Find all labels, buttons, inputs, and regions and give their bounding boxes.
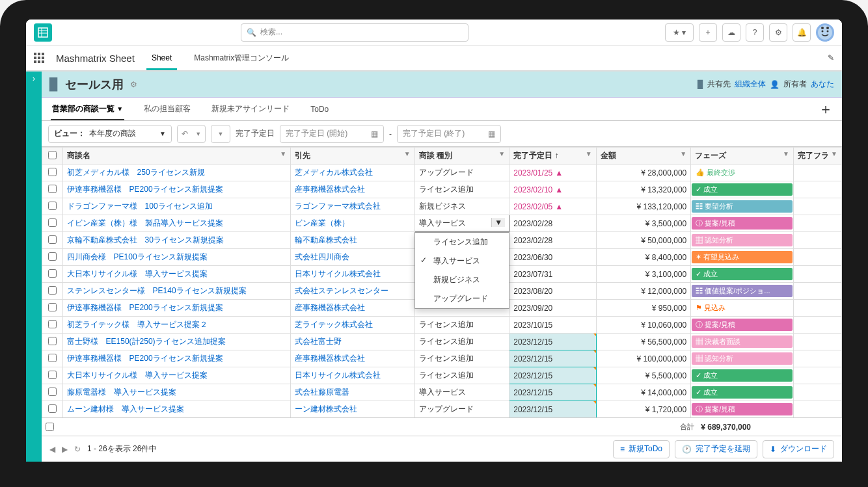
opp-name-cell[interactable]: 初芝ライテック様 導入サービス提案２: [62, 317, 291, 334]
view-selector[interactable]: ビュー： 本年度の商談 ▼: [48, 125, 172, 143]
phase-cell[interactable]: ▦ 認知分析: [691, 232, 794, 249]
phase-cell[interactable]: ✓ 成立: [691, 266, 794, 283]
edit-pencil-icon[interactable]: ✎: [828, 53, 834, 62]
opp-name-cell[interactable]: イビン産業（株）様 製品導入サービス提案: [62, 215, 291, 232]
page-next-icon[interactable]: ▶: [62, 445, 68, 454]
opp-name-cell[interactable]: 伊達事務機器様 PE200ライセンス新規提案: [62, 181, 291, 198]
amount-cell[interactable]: ¥ 3,500,000: [596, 215, 691, 232]
footer-checkbox[interactable]: [46, 423, 54, 431]
flag-cell[interactable]: [793, 249, 841, 266]
type-cell[interactable]: 新規ビジネス: [414, 198, 509, 215]
account-cell[interactable]: 日本リサイクル株式会社: [291, 266, 414, 283]
flag-cell[interactable]: [793, 283, 841, 300]
share-value[interactable]: 組織全体: [735, 79, 766, 90]
opp-name-cell[interactable]: ムーン建材様 導入サービス提案: [62, 401, 291, 418]
flag-cell[interactable]: [793, 334, 841, 350]
opp-name-cell[interactable]: 藤原電器様 導入サービス提案: [62, 384, 291, 401]
app-launcher-icon[interactable]: [34, 53, 44, 63]
account-cell[interactable]: ーン建材株式会社: [291, 401, 414, 418]
dropdown-option[interactable]: 導入サービス: [415, 252, 509, 270]
phase-cell[interactable]: ✓ 成立: [691, 384, 794, 401]
phase-cell[interactable]: ▦ 認知分析: [691, 350, 794, 367]
col-header[interactable]: 引先▼: [291, 148, 414, 165]
account-cell[interactable]: 産事務機器株式会社: [291, 181, 414, 198]
book-settings-icon[interactable]: ⚙: [130, 80, 137, 89]
date-cell[interactable]: 2023/10/15: [509, 317, 596, 334]
dropdown-option[interactable]: 新規ビジネス: [415, 270, 509, 289]
date-end-input[interactable]: 完了予定日 (終了)▦: [397, 125, 501, 143]
favorites-button[interactable]: ★ ▾: [665, 23, 694, 42]
dropdown-option[interactable]: ライセンス追加: [415, 233, 509, 252]
user-avatar[interactable]: [816, 23, 834, 42]
row-checkbox[interactable]: [42, 215, 63, 232]
date-start-input[interactable]: 完了予定日 (開始)▦: [280, 125, 384, 143]
nav-tab-console[interactable]: Mashmatrix管理コンソール: [189, 46, 294, 70]
sheet-tab-3[interactable]: ToDo: [309, 99, 330, 119]
account-cell[interactable]: ビン産業（株）: [291, 215, 414, 232]
sheet-tab-0[interactable]: 営業部の商談一覧 ▼: [51, 98, 124, 120]
date-cell[interactable]: 2023/02/05▲: [509, 198, 596, 215]
opp-name-cell[interactable]: 京輪不動産株式会社 30ライセンス新規提案: [62, 232, 291, 249]
date-cell[interactable]: 2023/07/31: [509, 266, 596, 283]
phase-cell[interactable]: ✓ 成立: [691, 367, 794, 384]
phase-cell[interactable]: ⓘ 提案/見積: [691, 401, 794, 418]
row-checkbox[interactable]: [42, 334, 63, 350]
row-checkbox[interactable]: [42, 283, 63, 300]
phase-cell[interactable]: 👍 最終交渉: [691, 165, 794, 181]
type-cell[interactable]: 導入サービス: [414, 384, 509, 401]
opp-name-cell[interactable]: 伊達事務機器様 PE200ライセンス新規提案: [62, 300, 291, 317]
download-button[interactable]: ⬇ダウンロード: [763, 440, 834, 458]
flag-cell[interactable]: [793, 384, 841, 401]
undo-button[interactable]: ↶ ▼: [177, 125, 206, 143]
sidebar-toggle[interactable]: ›: [26, 72, 42, 462]
flag-cell[interactable]: [793, 317, 841, 334]
account-cell[interactable]: ラゴンファーマ株式会社: [291, 198, 414, 215]
opp-name-cell[interactable]: 富士野様 EE150(計250)ライセンス追加提案: [62, 334, 291, 350]
row-checkbox[interactable]: [42, 198, 63, 215]
add-sheet-icon[interactable]: ＋: [819, 99, 833, 119]
phase-cell[interactable]: ⓘ 提案/見積: [691, 215, 794, 232]
col-header[interactable]: 完了予定日 ↑▼: [509, 148, 596, 165]
col-header[interactable]: 金額▼: [596, 148, 691, 165]
add-button[interactable]: ＋: [699, 23, 717, 42]
date-cell[interactable]: 2023/02/28: [509, 215, 596, 232]
flag-cell[interactable]: [793, 181, 841, 198]
opp-name-cell[interactable]: 四川商会様 PE100ライセンス新規提案: [62, 249, 291, 266]
date-cell[interactable]: 2023/02/10▲: [509, 181, 596, 198]
flag-cell[interactable]: [793, 232, 841, 249]
account-cell[interactable]: 式会社四川商会: [291, 249, 414, 266]
date-cell[interactable]: 2023/09/20: [509, 300, 596, 317]
new-todo-button[interactable]: ≡新規ToDo: [613, 440, 670, 458]
date-cell[interactable]: 2023/12/15: [509, 334, 596, 350]
flag-cell[interactable]: [793, 300, 841, 317]
date-cell[interactable]: 2023/01/25▲: [509, 165, 596, 181]
select-all-checkbox[interactable]: [42, 148, 63, 165]
account-cell[interactable]: 式会社富士野: [291, 334, 414, 350]
postpone-button[interactable]: 🕐完了予定を延期: [675, 440, 757, 458]
refresh-icon[interactable]: ↻: [74, 445, 81, 454]
row-checkbox[interactable]: [42, 232, 63, 249]
amount-cell[interactable]: ¥ 100,000,000: [596, 350, 691, 367]
account-cell[interactable]: 芝ライテック株式会社: [291, 317, 414, 334]
type-cell[interactable]: ライセンス追加: [414, 334, 509, 350]
amount-cell[interactable]: ¥ 56,500,000: [596, 334, 691, 350]
date-cell[interactable]: 2023/08/20: [509, 283, 596, 300]
nav-tab-sheet[interactable]: Sheet: [146, 47, 177, 69]
amount-cell[interactable]: ¥ 8,400,000: [596, 249, 691, 266]
flag-cell[interactable]: [793, 198, 841, 215]
col-header[interactable]: フェーズ▼: [691, 148, 794, 165]
type-cell[interactable]: ライセンス追加: [414, 350, 509, 367]
date-cell[interactable]: 2023/12/15: [509, 367, 596, 384]
owner-value[interactable]: あなた: [811, 79, 834, 90]
sheet-tab-2[interactable]: 新規未アサインリード: [210, 98, 291, 120]
global-search[interactable]: 🔍 検索...: [241, 23, 468, 42]
help-icon[interactable]: ?: [746, 23, 764, 42]
phase-cell[interactable]: ▦ 決裁者面談: [691, 334, 794, 350]
phase-cell[interactable]: ⚑ 見込み: [691, 300, 794, 317]
amount-cell[interactable]: ¥ 133,120,000: [596, 198, 691, 215]
date-cell[interactable]: 2023/06/30: [509, 249, 596, 266]
phase-cell[interactable]: ☷ 価値提案/ポジショ...: [691, 283, 794, 300]
opp-name-cell[interactable]: 大日本リサイクル様 導入サービス提案: [62, 367, 291, 384]
amount-cell[interactable]: ¥ 12,000,000: [596, 283, 691, 300]
account-cell[interactable]: 産事務機器株式会社: [291, 300, 414, 317]
